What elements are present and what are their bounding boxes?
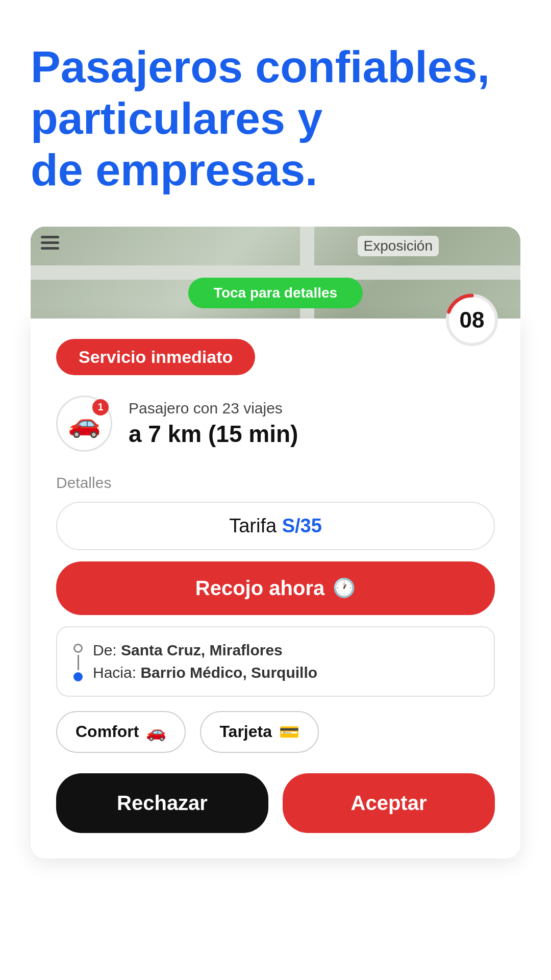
route-box: De: Santa Cruz, Miraflores Hacia: Barrio… [56, 626, 495, 697]
tarifa-amount: S/35 [282, 515, 322, 536]
tarjeta-tag[interactable]: Tarjeta 💳 [200, 711, 319, 753]
tarifa-label: Tarifa [229, 515, 277, 536]
origin-dot [73, 644, 83, 653]
card-icon: 💳 [279, 722, 299, 742]
route-line [78, 655, 79, 670]
passenger-info-row: 🚗 1 Pasajero con 23 viajes a 7 km (15 mi… [56, 396, 495, 452]
map-label: Exposición [358, 236, 439, 256]
recojo-label: Recojo ahora [195, 577, 324, 600]
hero-line1: Pasajeros confiables, [31, 41, 490, 92]
notification-badge: 1 [92, 399, 109, 415]
tarjeta-label: Tarjeta [219, 722, 272, 741]
clock-icon: 🕐 [333, 577, 356, 599]
route-to-place: Barrio Médico, Surquillo [140, 664, 317, 681]
route-text: De: Santa Cruz, Miraflores Hacia: Barrio… [93, 642, 317, 681]
details-label: Detalles [56, 474, 495, 492]
comfort-label: Comfort [76, 722, 139, 741]
passenger-trips: Pasajero con 23 viajes [129, 400, 298, 417]
passenger-distance: a 7 km (15 min) [129, 420, 298, 448]
recojo-button[interactable]: Recojo ahora 🕐 [56, 561, 495, 615]
reject-button[interactable]: Rechazar [56, 773, 268, 833]
hero-line2: particulares y [31, 93, 322, 143]
route-from: De: Santa Cruz, Miraflores [93, 642, 317, 659]
tarifa-box: Tarifa S/35 [56, 502, 495, 550]
timer-value: 08 [460, 307, 485, 333]
car-tag-icon: 🚗 [146, 722, 166, 742]
route-to: Hacia: Barrio Médico, Surquillo [93, 664, 317, 681]
route-to-prefix: Hacia: [93, 664, 140, 681]
route-icons [73, 642, 83, 681]
map-action-button[interactable]: Toca para detalles [188, 278, 363, 308]
timer-circle: 08 [444, 292, 500, 348]
hero-line3: de empresas. [31, 144, 318, 195]
car-avatar: 🚗 1 [56, 396, 112, 452]
route-from-prefix: De: [93, 642, 121, 658]
destination-dot [73, 672, 83, 681]
hero-title: Pasajeros confiables, particulares y de … [31, 41, 520, 196]
map-menu-icon [41, 236, 59, 250]
comfort-tag[interactable]: Comfort 🚗 [56, 711, 186, 753]
route-from-place: Santa Cruz, Miraflores [121, 642, 283, 658]
actions-row: Rechazar Aceptar [56, 773, 495, 833]
ride-card: 08 Servicio inmediato 🚗 1 Pasajero con 2… [31, 318, 520, 859]
service-badge: Servicio inmediato [56, 339, 255, 375]
tags-row: Comfort 🚗 Tarjeta 💳 [56, 711, 495, 753]
accept-button[interactable]: Aceptar [283, 773, 495, 833]
